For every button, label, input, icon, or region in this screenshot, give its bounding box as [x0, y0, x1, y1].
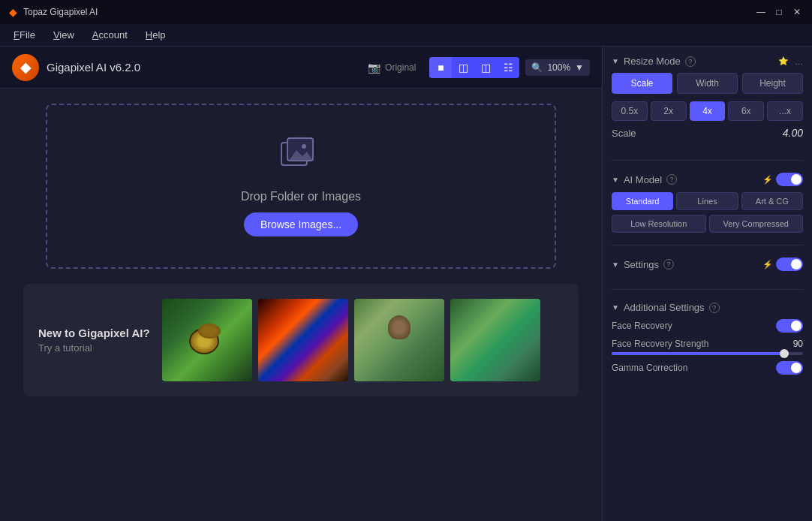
scale-label: Scale [612, 128, 636, 139]
resize-collapse-arrow: ▼ [612, 57, 619, 65]
app-title: Gigapixel AI v6.2.0 [47, 61, 140, 74]
face-recovery-strength-label: Face Recovery Strength [612, 339, 708, 349]
gamma-correction-row: Gamma Correction [612, 361, 803, 375]
zoom-control[interactable]: 🔍 100% ▼ [525, 59, 590, 76]
menu-help[interactable]: Help [138, 26, 173, 44]
tutorial-image-butterfly[interactable] [450, 299, 540, 381]
very-compressed-button[interactable]: Very Compressed [709, 215, 804, 233]
tutorial-image-brushes[interactable] [258, 299, 348, 381]
additional-settings-header: ▼ Additional Settings ? [612, 302, 803, 313]
low-resolution-button[interactable]: Low Resolution [612, 215, 706, 233]
artcg-model-button[interactable]: Art & CG [741, 192, 803, 210]
right-panel: ▼ Resize Mode ? ⭐ … Scale Width Height 0… [602, 47, 812, 521]
gamma-correction-label: Gamma Correction [612, 363, 687, 373]
scale-mode-button[interactable]: Scale [612, 73, 672, 94]
app-header: ◆ Gigapixel AI v6.2.0 📷 Original ■ ◫ ◫ ☷… [0, 47, 602, 89]
width-mode-button[interactable]: Width [677, 73, 738, 94]
face-recovery-label: Face Recovery [612, 321, 672, 331]
resize-mode-buttons: Scale Width Height [612, 73, 803, 94]
ai-collapse-arrow: ▼ [612, 176, 619, 184]
lines-model-button[interactable]: Lines [676, 192, 738, 210]
settings-label: Settings [624, 259, 659, 270]
browse-images-button[interactable]: Browse Images... [244, 212, 358, 236]
height-mode-button[interactable]: Height [742, 73, 803, 94]
view-split-h-button[interactable]: ◫ [452, 57, 474, 78]
camera-icon: 📷 [368, 62, 380, 74]
main-content: Drop Folder or Images Browse Images... N… [0, 89, 602, 521]
zoom-dropdown-icon: ▼ [575, 62, 584, 73]
app-logo-icon: ◆ [9, 6, 17, 18]
standard-model-button[interactable]: Standard [612, 192, 673, 210]
tutorial-text: New to Gigapixel AI? Try a tutorial [38, 327, 150, 354]
scale-buttons: 0.5x 2x 4x 6x ...x [612, 101, 803, 121]
menu-account[interactable]: Account [85, 26, 135, 44]
menu-view[interactable]: View [46, 26, 82, 44]
ai-model-toggle-switch[interactable] [776, 173, 803, 186]
title-text: Topaz Gigapixel AI [23, 7, 749, 17]
tutorial-image-lizard[interactable] [162, 299, 252, 381]
scale-6x-button[interactable]: 6x [728, 101, 764, 121]
view-quad-button[interactable]: ☷ [497, 57, 519, 78]
scale-4x-button[interactable]: 4x [690, 101, 726, 121]
header-controls: 📷 Original ■ ◫ ◫ ☷ 🔍 100% ▼ [360, 57, 590, 78]
face-recovery-strength-row: Face Recovery Strength 90 [612, 339, 803, 355]
app-container: ◆ Gigapixel AI v6.2.0 📷 Original ■ ◫ ◫ ☷… [0, 47, 812, 521]
ai-model-toggle[interactable]: ⚡ [762, 173, 803, 186]
original-button[interactable]: 📷 Original [360, 58, 423, 77]
face-recovery-row: Face Recovery [612, 319, 803, 333]
menu-file[interactable]: FFile [6, 26, 43, 44]
tutorial-images [162, 299, 564, 381]
app-logo: ◆ [12, 54, 39, 81]
tutorial-image-owl[interactable] [354, 299, 444, 381]
left-panel: ◆ Gigapixel AI v6.2.0 📷 Original ■ ◫ ◫ ☷… [0, 47, 602, 521]
view-split-v-button[interactable]: ◫ [474, 57, 497, 78]
ai-lightning-icon: ⚡ [762, 175, 773, 185]
face-recovery-slider-track[interactable] [612, 352, 803, 355]
scale-custom-button[interactable]: ...x [767, 101, 803, 121]
ai-model-label: AI Model [624, 174, 662, 185]
settings-collapse-arrow: ▼ [612, 260, 619, 269]
zoom-icon: 🔍 [531, 62, 543, 73]
gamma-correction-toggle[interactable] [776, 361, 803, 375]
minimize-button[interactable]: — [755, 6, 767, 18]
additional-settings-help[interactable]: ? [709, 303, 720, 313]
maximize-button[interactable]: □ [773, 6, 785, 18]
resize-mode-header: ▼ Resize Mode ? ⭐ … [612, 56, 803, 67]
divider-3 [612, 289, 803, 290]
ai-model-buttons: Standard Lines Art & CG [612, 192, 803, 210]
menu-bar: FFile View Account Help [0, 24, 812, 47]
settings-toggle[interactable]: ⚡ [762, 257, 803, 271]
face-recovery-toggle[interactable] [776, 319, 803, 333]
settings-toggle-switch[interactable] [776, 257, 803, 271]
app-logo-area: ◆ Gigapixel AI v6.2.0 [12, 54, 360, 81]
tutorial-subtext: Try a tutorial [38, 342, 150, 354]
settings-section: ▼ Settings ? ⚡ [612, 257, 803, 277]
close-button[interactable]: ✕ [791, 6, 803, 18]
zoom-level: 100% [547, 62, 570, 73]
settings-lightning-icon: ⚡ [762, 260, 773, 270]
view-single-button[interactable]: ■ [429, 57, 452, 78]
face-recovery-strength-value: 90 [793, 339, 803, 349]
divider-2 [612, 245, 803, 245]
scale-value-row: Scale 4.00 [612, 127, 803, 139]
resize-mode-help[interactable]: ? [685, 56, 696, 67]
resize-fav-icon: ⭐ [778, 56, 789, 66]
face-recovery-slider-thumb [780, 349, 789, 358]
title-bar: ◆ Topaz Gigapixel AI — □ ✕ [0, 0, 812, 24]
scale-value: 4.00 [783, 127, 803, 139]
scale-2x-button[interactable]: 2x [651, 101, 687, 121]
additional-collapse-arrow: ▼ [612, 303, 619, 312]
view-mode-buttons: ■ ◫ ◫ ☷ [429, 57, 519, 78]
ai-model-buttons-row2: Low Resolution Very Compressed [612, 215, 803, 233]
face-recovery-slider-fill [612, 352, 784, 355]
logo-icon: ◆ [20, 59, 31, 76]
drop-zone[interactable]: Drop Folder or Images Browse Images... [46, 104, 556, 269]
scale-05x-button[interactable]: 0.5x [612, 101, 648, 121]
drop-text: Drop Folder or Images [241, 190, 361, 203]
window-controls: — □ ✕ [755, 6, 803, 18]
ai-model-help[interactable]: ? [666, 174, 677, 185]
additional-settings-section: ▼ Additional Settings ? Face Recovery Fa… [612, 302, 803, 381]
settings-help[interactable]: ? [663, 259, 674, 270]
ai-model-header: ▼ AI Model ? ⚡ [612, 173, 803, 186]
tutorial-heading: New to Gigapixel AI? [38, 327, 150, 339]
